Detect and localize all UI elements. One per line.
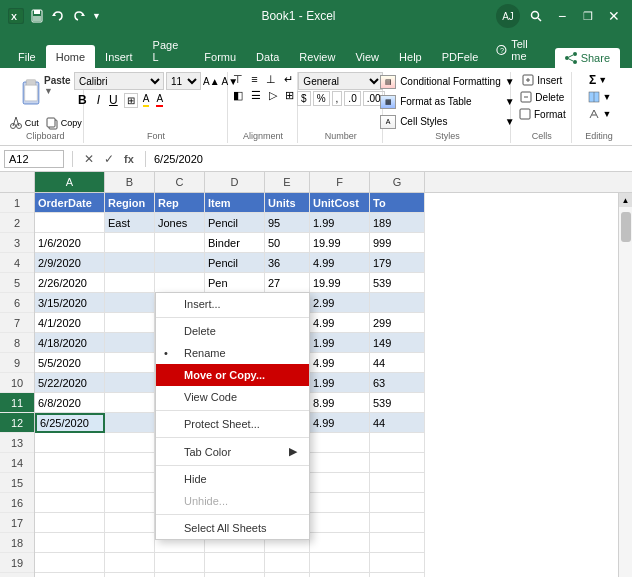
col-header-c[interactable]: C — [155, 172, 205, 192]
cell-f13[interactable] — [310, 433, 370, 453]
user-avatar[interactable]: AJ — [496, 4, 520, 28]
cell-a14[interactable] — [35, 453, 105, 473]
cell-g15[interactable] — [370, 473, 425, 493]
cell-c2[interactable]: Jones — [155, 213, 205, 233]
cell-g10[interactable]: 63 — [370, 373, 425, 393]
cell-g20[interactable] — [370, 573, 425, 577]
cell-g4[interactable]: 179 — [370, 253, 425, 273]
row-num-9[interactable]: 9 — [0, 353, 34, 373]
row-num-1[interactable]: 1 — [0, 193, 34, 213]
cell-g13[interactable] — [370, 433, 425, 453]
cell-a5[interactable]: 2/26/2020 — [35, 273, 105, 293]
cell-e1[interactable]: Units — [265, 193, 310, 213]
ctx-select-all-sheets-btn[interactable]: Select All Sheets — [156, 517, 309, 539]
row-num-18[interactable]: 18 — [0, 533, 34, 553]
row-num-12[interactable]: 12 — [0, 413, 34, 433]
row-num-2[interactable]: 2 — [0, 213, 34, 233]
ctx-hide-btn[interactable]: Hide — [156, 468, 309, 490]
align-middle-btn[interactable]: ≡ — [248, 72, 260, 87]
row-num-17[interactable]: 17 — [0, 513, 34, 533]
cell-a19[interactable] — [35, 553, 105, 573]
cancel-formula-btn[interactable]: ✕ — [81, 152, 97, 166]
ctx-rename-btn[interactable]: • Rename — [156, 342, 309, 364]
italic-btn[interactable]: I — [94, 92, 103, 108]
cell-b19[interactable] — [105, 553, 155, 573]
cell-f3[interactable]: 19.99 — [310, 233, 370, 253]
cell-b17[interactable] — [105, 513, 155, 533]
cell-a10[interactable]: 5/22/2020 — [35, 373, 105, 393]
col-header-a[interactable]: A — [35, 172, 105, 192]
tab-file[interactable]: File — [8, 45, 46, 68]
decrease-decimal-btn[interactable]: .0 — [344, 91, 360, 106]
cell-a13[interactable] — [35, 433, 105, 453]
cell-b20[interactable] — [105, 573, 155, 577]
ctx-view-code-btn[interactable]: View Code — [156, 386, 309, 408]
cell-f17[interactable] — [310, 513, 370, 533]
cell-c3[interactable] — [155, 233, 205, 253]
cell-e3[interactable]: 50 — [265, 233, 310, 253]
tab-view[interactable]: View — [345, 45, 389, 68]
bold-btn[interactable]: B — [74, 91, 91, 109]
row-num-4[interactable]: 4 — [0, 253, 34, 273]
cell-e2[interactable]: 95 — [265, 213, 310, 233]
tab-help[interactable]: Help — [389, 45, 432, 68]
cell-g6[interactable] — [370, 293, 425, 313]
tab-home[interactable]: Home — [46, 45, 95, 68]
scroll-up-btn[interactable]: ▲ — [619, 193, 632, 207]
share-btn[interactable]: Share — [555, 48, 620, 68]
conditional-formatting-btn[interactable]: ▤ Conditional Formatting ▼ — [376, 72, 519, 91]
vertical-scrollbar[interactable]: ▲ ▼ — [618, 193, 632, 577]
cell-e20[interactable] — [265, 573, 310, 577]
cell-g1[interactable]: To — [370, 193, 425, 213]
cell-b15[interactable] — [105, 473, 155, 493]
cell-a16[interactable] — [35, 493, 105, 513]
cell-a1[interactable]: OrderDate — [35, 193, 105, 213]
cut-btn[interactable]: Cut — [7, 115, 41, 131]
cell-g12[interactable]: 44 — [370, 413, 425, 433]
fill-color-btn[interactable]: A — [141, 92, 152, 108]
cell-f8[interactable]: 1.99 — [310, 333, 370, 353]
paste-btn[interactable]: Paste ▼ — [16, 73, 75, 113]
tell-me-btn[interactable]: ? Tell me — [488, 32, 550, 68]
row-num-10[interactable]: 10 — [0, 373, 34, 393]
cell-f19[interactable] — [310, 553, 370, 573]
cell-a6[interactable]: 3/15/2020 — [35, 293, 105, 313]
col-header-b[interactable]: B — [105, 172, 155, 192]
cell-a18[interactable] — [35, 533, 105, 553]
cell-b14[interactable] — [105, 453, 155, 473]
cell-b5[interactable] — [105, 273, 155, 293]
cell-f7[interactable]: 4.99 — [310, 313, 370, 333]
tab-pdfele[interactable]: PDFele — [432, 45, 489, 68]
cell-g5[interactable]: 539 — [370, 273, 425, 293]
cell-f9[interactable]: 4.99 — [310, 353, 370, 373]
clear-btn[interactable]: ▼ — [583, 106, 616, 122]
cell-c1[interactable]: Rep — [155, 193, 205, 213]
comma-btn[interactable]: , — [332, 91, 343, 106]
font-size-select[interactable]: 11 — [166, 72, 201, 90]
cell-d19[interactable] — [205, 553, 265, 573]
cell-f15[interactable] — [310, 473, 370, 493]
confirm-formula-btn[interactable]: ✓ — [101, 152, 117, 166]
cell-f2[interactable]: 1.99 — [310, 213, 370, 233]
tab-data[interactable]: Data — [246, 45, 289, 68]
cell-reference-input[interactable] — [4, 150, 64, 168]
align-right-btn[interactable]: ▷ — [266, 88, 280, 103]
cell-d1[interactable]: Item — [205, 193, 265, 213]
cell-b1[interactable]: Region — [105, 193, 155, 213]
format-as-table-btn[interactable]: ▦ Format as Table ▼ — [376, 92, 519, 111]
cell-b9[interactable] — [105, 353, 155, 373]
cell-e4[interactable]: 36 — [265, 253, 310, 273]
cell-b8[interactable] — [105, 333, 155, 353]
cell-f11[interactable]: 8.99 — [310, 393, 370, 413]
tab-page-layout[interactable]: Page L — [143, 33, 195, 68]
cell-f16[interactable] — [310, 493, 370, 513]
tab-formulas[interactable]: Formu — [194, 45, 246, 68]
cell-d4[interactable]: Pencil — [205, 253, 265, 273]
save-quick-btn[interactable] — [28, 7, 46, 25]
font-color-btn[interactable]: A — [154, 92, 165, 108]
align-bottom-btn[interactable]: ⊥ — [263, 72, 279, 87]
cell-b2[interactable]: East — [105, 213, 155, 233]
cell-g8[interactable]: 149 — [370, 333, 425, 353]
ctx-protect-sheet-btn[interactable]: Protect Sheet... — [156, 413, 309, 435]
cell-d2[interactable]: Pencil — [205, 213, 265, 233]
